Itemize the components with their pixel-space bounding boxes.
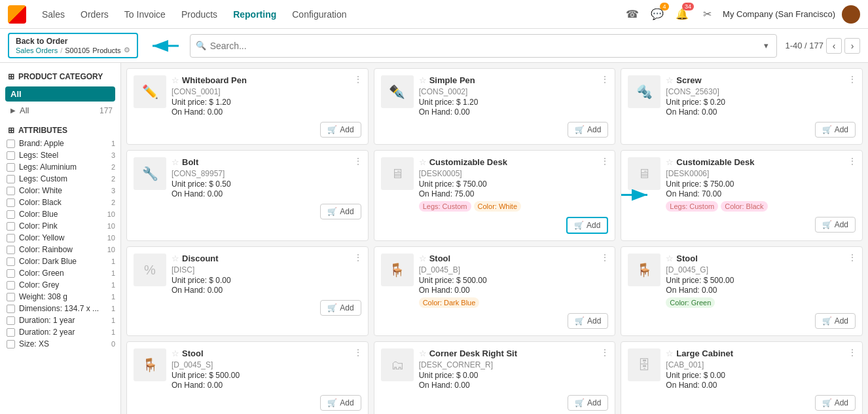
user-avatar[interactable]: [842, 5, 860, 24]
product-name: Customizable Desk: [676, 157, 754, 167]
favorite-icon[interactable]: ☆: [419, 348, 427, 358]
sidebar-attribute-item[interactable]: Color: Pink 10: [0, 220, 120, 232]
favorite-icon[interactable]: ☆: [666, 348, 674, 358]
add-to-cart-button[interactable]: 🛒 Add: [566, 217, 608, 234]
chat-badge: 4: [660, 3, 669, 10]
attr-checkbox[interactable]: [7, 163, 15, 172]
attr-checkbox[interactable]: [7, 340, 15, 348]
attr-checkbox[interactable]: [7, 293, 15, 301]
attr-checkbox[interactable]: [7, 175, 15, 183]
sidebar-attribute-item[interactable]: Color: Rainbow 10: [0, 244, 120, 255]
nav-to-invoice[interactable]: To Invoice: [117, 0, 173, 29]
add-to-cart-button[interactable]: 🛒 Add: [568, 395, 608, 411]
attr-checkbox[interactable]: [7, 198, 15, 207]
add-to-cart-button[interactable]: 🛒 Add: [815, 395, 856, 411]
phone-icon[interactable]: ☎: [623, 5, 642, 24]
app-logo[interactable]: [8, 5, 26, 24]
product-card: ⋮ 🪑 ☆ Stool [D_0045_G] Unit price: $ 500…: [621, 246, 863, 336]
search-input[interactable]: [210, 41, 762, 51]
product-code: [D_0045_S]: [172, 360, 361, 369]
nav-orders[interactable]: Orders: [73, 0, 117, 29]
attr-label: Dimensions: 134.7 x ...: [19, 304, 107, 313]
sidebar-attribute-item[interactable]: Duration: 1 year 1: [0, 314, 120, 326]
sidebar-attribute-item[interactable]: Color: Black 2: [0, 197, 120, 208]
more-options-icon[interactable]: ⋮: [848, 347, 857, 358]
sidebar-attribute-item[interactable]: Legs: Steel 3: [0, 149, 120, 161]
chat-icon[interactable]: 💬 4: [648, 5, 666, 24]
add-to-cart-button[interactable]: 🛒 Add: [815, 217, 856, 233]
scissors-icon[interactable]: ✂: [698, 5, 716, 24]
sidebar-attribute-item[interactable]: Color: Grey 1: [0, 279, 120, 291]
add-to-cart-button[interactable]: 🛒 Add: [815, 122, 856, 138]
more-options-icon[interactable]: ⋮: [353, 156, 363, 166]
more-options-icon[interactable]: ⋮: [600, 74, 609, 85]
attr-checkbox[interactable]: [7, 316, 15, 325]
favorite-icon[interactable]: ☆: [666, 75, 674, 85]
back-to-order-button[interactable]: Back to Order Sales Orders / S00105 Prod…: [8, 33, 138, 58]
notification-icon[interactable]: 🔔 34: [673, 5, 691, 24]
attr-checkbox[interactable]: [7, 140, 15, 148]
more-options-icon[interactable]: ⋮: [353, 74, 363, 85]
sidebar-attribute-item[interactable]: Color: Dark Blue 1: [0, 255, 120, 267]
more-options-icon[interactable]: ⋮: [600, 347, 609, 358]
product-on-hand: On Hand: 0.00: [419, 286, 609, 295]
add-to-cart-button[interactable]: 🛒 Add: [568, 122, 608, 138]
nav-configuration[interactable]: Configuration: [284, 0, 354, 29]
sidebar-attribute-item[interactable]: Legs: Custom 2: [0, 173, 120, 185]
attr-checkbox[interactable]: [7, 222, 15, 231]
favorite-icon[interactable]: ☆: [172, 254, 179, 263]
nav-products[interactable]: Products: [173, 0, 225, 29]
favorite-icon[interactable]: ☆: [419, 254, 427, 263]
sidebar-item-all[interactable]: ▶ All 177: [0, 104, 120, 117]
more-options-icon[interactable]: ⋮: [848, 252, 857, 263]
more-options-icon[interactable]: ⋮: [848, 74, 857, 85]
product-code: [CONS_0001]: [172, 87, 361, 96]
favorite-icon[interactable]: ☆: [666, 254, 674, 263]
sidebar-attribute-item[interactable]: Color: Yellow 10: [0, 232, 120, 244]
favorite-icon[interactable]: ☆: [666, 157, 674, 167]
favorite-icon[interactable]: ☆: [172, 348, 179, 358]
sidebar-attribute-item[interactable]: Color: Green 1: [0, 267, 120, 279]
attr-checkbox[interactable]: [7, 269, 15, 278]
favorite-icon[interactable]: ☆: [419, 157, 427, 167]
sidebar-attribute-item[interactable]: Size: XS 0: [0, 338, 120, 350]
prev-page-button[interactable]: ‹: [826, 38, 842, 54]
more-options-icon[interactable]: ⋮: [600, 156, 609, 166]
more-options-icon[interactable]: ⋮: [848, 156, 857, 166]
attr-checkbox[interactable]: [7, 234, 15, 242]
favorite-icon[interactable]: ☆: [172, 157, 179, 167]
attr-checkbox[interactable]: [7, 187, 15, 195]
attr-checkbox[interactable]: [7, 210, 15, 219]
favorite-icon[interactable]: ☆: [172, 75, 179, 85]
nav-sales[interactable]: Sales: [34, 0, 73, 29]
sidebar-attribute-item[interactable]: Brand: Apple 1: [0, 138, 120, 149]
nav-reporting[interactable]: Reporting: [225, 0, 284, 29]
attr-checkbox[interactable]: [7, 328, 15, 337]
sidebar-attribute-item[interactable]: Duration: 2 year 1: [0, 326, 120, 338]
attr-checkbox[interactable]: [7, 305, 15, 313]
add-to-cart-button[interactable]: 🛒 Add: [320, 300, 361, 316]
sidebar-attribute-item[interactable]: Color: Blue 10: [0, 208, 120, 220]
attr-checkbox[interactable]: [7, 281, 15, 290]
more-options-icon[interactable]: ⋮: [353, 347, 363, 358]
all-category-button[interactable]: All: [5, 86, 115, 102]
settings-icon[interactable]: ⚙: [124, 46, 130, 54]
sidebar-attribute-item[interactable]: Dimensions: 134.7 x ... 1: [0, 303, 120, 314]
add-to-cart-button[interactable]: 🛒 Add: [568, 313, 608, 329]
sidebar-attribute-item[interactable]: Legs: Aluminium 2: [0, 161, 120, 173]
attr-checkbox[interactable]: [7, 246, 15, 254]
sidebar-attribute-item[interactable]: Weight: 308 g 1: [0, 291, 120, 303]
attr-checkbox[interactable]: [7, 257, 15, 266]
attr-checkbox[interactable]: [7, 151, 15, 160]
search-dropdown-button[interactable]: ▾: [761, 41, 771, 50]
breadcrumb-sales-orders[interactable]: Sales Orders: [16, 47, 58, 54]
add-to-cart-button[interactable]: 🛒 Add: [815, 313, 856, 329]
next-page-button[interactable]: ›: [844, 38, 860, 54]
favorite-icon[interactable]: ☆: [419, 75, 427, 85]
sidebar-attribute-item[interactable]: Color: White 3: [0, 185, 120, 197]
more-options-icon[interactable]: ⋮: [600, 252, 609, 263]
more-options-icon[interactable]: ⋮: [353, 252, 363, 263]
add-to-cart-button[interactable]: 🛒 Add: [320, 395, 361, 411]
add-to-cart-button[interactable]: 🛒 Add: [320, 122, 361, 138]
add-to-cart-button[interactable]: 🛒 Add: [320, 204, 361, 219]
